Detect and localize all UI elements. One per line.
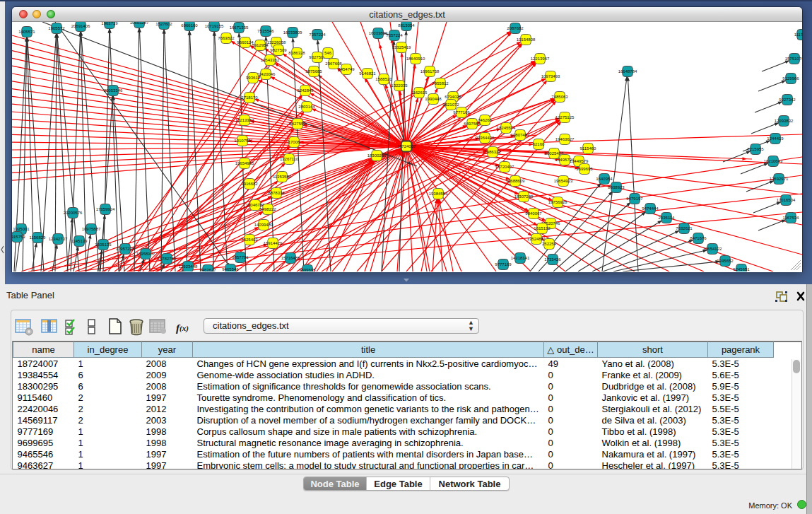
svg-text:8878334: 8878334	[268, 191, 285, 195]
svg-text:1621072: 1621072	[442, 103, 459, 107]
svg-text:1588520: 1588520	[375, 77, 392, 81]
svg-text:8186328: 8186328	[288, 51, 305, 55]
svg-text:2967608: 2967608	[325, 62, 342, 66]
svg-text:1527602: 1527602	[155, 22, 172, 26]
svg-text:12275125: 12275125	[555, 115, 575, 119]
svg-text:15720407: 15720407	[495, 165, 514, 169]
svg-text:7357224: 7357224	[309, 33, 326, 37]
svg-text:16033809: 16033809	[283, 30, 302, 35]
svg-text:9463627: 9463627	[199, 268, 216, 271]
svg-text:7986322: 7986322	[484, 150, 501, 154]
svg-text:7485063: 7485063	[551, 95, 568, 99]
svg-text:9115460: 9115460	[580, 146, 597, 151]
svg-text:1640954: 1640954	[596, 177, 613, 181]
svg-text:1505135: 1505135	[95, 243, 112, 247]
svg-text:9465546: 9465546	[222, 267, 239, 271]
svg-text:9245652: 9245652	[717, 259, 734, 263]
svg-text:10975887: 10975887	[82, 227, 101, 231]
svg-text:15716485: 15716485	[281, 256, 300, 260]
svg-text:16210643: 16210643	[764, 159, 783, 163]
svg-text:9777169: 9777169	[495, 262, 512, 267]
svg-text:8454749: 8454749	[338, 67, 355, 71]
svg-text:16671355: 16671355	[230, 25, 249, 30]
svg-text:16961758: 16961758	[420, 69, 440, 74]
svg-text:1162615: 1162615	[411, 90, 428, 95]
svg-text:7357224: 7357224	[386, 33, 403, 37]
svg-text:1010755: 1010755	[234, 139, 251, 143]
svg-text:7515546: 7515546	[257, 29, 274, 33]
svg-text:9474444: 9474444	[642, 206, 659, 211]
svg-text:9699695: 9699695	[299, 268, 316, 271]
svg-text:1990448: 1990448	[425, 97, 442, 101]
svg-text:993612: 993612	[246, 76, 261, 80]
svg-text:19756928: 19756928	[548, 200, 567, 204]
svg-text:20691406: 20691406	[71, 24, 90, 28]
svg-text:8938923: 8938923	[608, 185, 625, 189]
svg-text:9245651: 9245651	[733, 267, 750, 271]
svg-text:12093832: 12093832	[775, 119, 794, 123]
svg-text:1145139: 1145139	[71, 239, 88, 243]
svg-text:19654923: 19654923	[554, 179, 573, 183]
svg-text:8427552: 8427552	[289, 122, 306, 126]
svg-text:9242848: 9242848	[297, 88, 314, 93]
svg-text:13524861: 13524861	[527, 237, 546, 241]
svg-text:6794028: 6794028	[445, 95, 461, 99]
svg-text:14318141: 14318141	[511, 256, 530, 260]
svg-text:18245574: 18245574	[497, 126, 516, 130]
svg-text:1963719: 1963719	[101, 22, 118, 25]
svg-text:2718170: 2718170	[241, 95, 258, 100]
svg-text:19384554: 19384554	[429, 192, 448, 196]
svg-text:(x): (x)	[180, 324, 189, 333]
svg-text:2803144: 2803144	[298, 105, 315, 109]
svg-text:10154808: 10154808	[517, 37, 536, 42]
svg-text:9827509: 9827509	[270, 48, 287, 52]
svg-text:1733426: 1733426	[544, 257, 561, 262]
svg-text:1117534: 1117534	[794, 33, 802, 37]
svg-text:9840067: 9840067	[525, 211, 542, 216]
svg-text:12342737: 12342737	[49, 237, 68, 241]
svg-text:8813054: 8813054	[398, 23, 415, 28]
svg-text:10543362: 10543362	[261, 58, 280, 62]
svg-text:15751074: 15751074	[785, 57, 802, 61]
svg-text:8215955: 8215955	[747, 147, 764, 151]
svg-text:10654122: 10654122	[703, 247, 722, 251]
svg-text:7955812: 7955812	[432, 81, 449, 86]
svg-text:6966160: 6966160	[181, 23, 198, 28]
svg-text:7632621: 7632621	[676, 226, 693, 230]
svg-text:1322035: 1322035	[391, 83, 408, 88]
svg-text:13325419: 13325419	[392, 45, 411, 49]
svg-text:10807487: 10807487	[511, 133, 530, 137]
svg-text:252254: 252254	[542, 242, 557, 246]
svg-text:9227342: 9227342	[779, 98, 796, 102]
svg-text:1916682: 1916682	[241, 182, 258, 186]
svg-text:18307249: 18307249	[514, 194, 534, 199]
svg-text:17359924: 17359924	[96, 207, 115, 211]
svg-text:10719155: 10719155	[205, 24, 224, 28]
svg-text:16914479: 16914479	[264, 241, 283, 245]
svg-text:3875685: 3875685	[305, 69, 322, 74]
svg-text:10973493: 10973493	[541, 74, 560, 78]
svg-text:16782759: 16782759	[158, 257, 177, 261]
svg-text:5498222: 5498222	[259, 207, 276, 211]
svg-text:9777169: 9777169	[453, 110, 470, 115]
svg-text:14099489: 14099489	[254, 223, 273, 227]
svg-text:8471676: 8471676	[690, 236, 707, 240]
svg-text:20053346: 20053346	[104, 88, 123, 93]
svg-text:7625402: 7625402	[241, 238, 258, 242]
svg-text:17957225: 17957225	[116, 247, 135, 251]
svg-text:18640910: 18640910	[406, 57, 425, 61]
svg-text:9857791: 9857791	[232, 255, 249, 259]
svg-text:10958107: 10958107	[136, 252, 155, 256]
svg-text:9146821: 9146821	[359, 71, 376, 76]
svg-text:20364436: 20364436	[476, 136, 495, 140]
svg-text:9699695: 9699695	[576, 167, 593, 171]
svg-text:1905572: 1905572	[48, 26, 65, 30]
svg-text:1167534: 1167534	[783, 216, 800, 220]
svg-text:13267110: 13267110	[280, 157, 299, 161]
svg-text:3915753: 3915753	[12, 235, 25, 239]
svg-text:1156829: 1156829	[30, 235, 47, 240]
svg-text:19654985: 19654985	[235, 161, 254, 165]
svg-text:10688609: 10688609	[506, 179, 525, 183]
svg-text:1935001: 1935001	[13, 227, 30, 231]
svg-text:7663822: 7663822	[218, 36, 235, 40]
